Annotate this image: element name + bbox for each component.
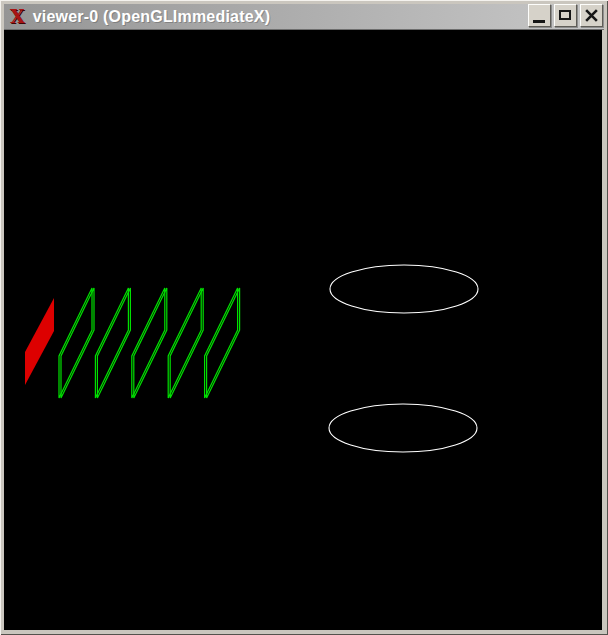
red-parallelogram (25, 298, 54, 385)
viewer-window: X viewer-0 (OpenGLImmediateX) (0, 0, 608, 635)
white-ellipse-1 (330, 265, 478, 313)
close-button[interactable] (580, 4, 603, 27)
maximize-button[interactable] (554, 4, 577, 27)
opengl-viewport[interactable] (4, 30, 602, 630)
minimize-button[interactable] (528, 4, 551, 27)
x-window-logo-icon[interactable]: X (10, 7, 25, 26)
window-controls (528, 4, 603, 27)
minimize-icon (533, 20, 545, 23)
window-title: viewer-0 (OpenGLImmediateX) (33, 8, 270, 26)
close-icon (584, 8, 599, 23)
white-ellipse-2 (329, 404, 477, 452)
maximize-icon (559, 10, 571, 20)
titlebar[interactable]: X viewer-0 (OpenGLImmediateX) (4, 4, 604, 30)
viewport-canvas[interactable] (4, 30, 602, 630)
